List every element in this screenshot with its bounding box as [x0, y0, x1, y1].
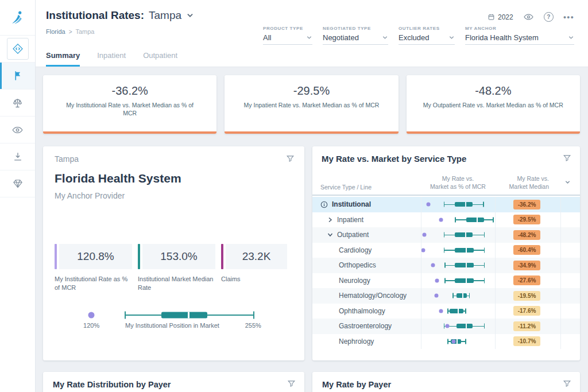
kpi-institutional: -36.2% My Institutional Rate vs. Market …: [43, 75, 216, 134]
boxplot: [421, 304, 495, 319]
boxplot: [421, 334, 495, 350]
kpi-outpatient: -48.2% My Outpatient Rate vs. Market Med…: [407, 75, 580, 134]
table-row[interactable]: Neurology-27.6%: [312, 273, 580, 289]
year-selector[interactable]: 2022: [488, 13, 513, 21]
card-filter-icon[interactable]: [287, 379, 296, 389]
service-type-cell: Inpatient: [312, 216, 421, 224]
kpi-inpatient: -29.5% My Inpatient Rate vs. Market Medi…: [225, 75, 398, 134]
table-row[interactable]: Hematology/Oncology-19.5%: [312, 288, 580, 304]
chevron-down-icon: [306, 34, 312, 41]
filter-label: PRODUCT TYPE: [263, 26, 312, 31]
my-rate-dot: [439, 309, 443, 313]
topbar-actions: 2022 ? ●●●: [488, 11, 574, 22]
service-type-cell: Orthopedics: [312, 261, 421, 269]
sidebar-item-compare[interactable]: [0, 36, 35, 63]
table-row[interactable]: Outpatient-48.2%: [312, 227, 580, 243]
kpi-label: My Inpatient Rate vs. Market Median as %…: [225, 102, 398, 110]
kpi-label: My Institutional Rate vs. Market Median …: [43, 102, 216, 117]
topbar: Institutional Rates: Tampa Florida > Tam…: [36, 0, 588, 67]
card-filter-icon[interactable]: [562, 153, 572, 163]
download-icon: [12, 151, 24, 162]
service-type-label: Nephrology: [339, 337, 374, 346]
table-row[interactable]: Cardiology-60.4%: [312, 243, 580, 258]
view-eye-icon[interactable]: [523, 11, 534, 22]
chevron-down-icon: [568, 34, 574, 41]
tab-inpatient[interactable]: Inpatient: [97, 51, 126, 67]
table-row[interactable]: Inpatient-29.5%: [312, 212, 580, 228]
sort-chevron-icon[interactable]: [564, 179, 571, 185]
anchor-provider-card: Tampa Florida Health System My Anchor Pr…: [43, 146, 304, 360]
chevron-down-icon: [382, 34, 388, 41]
chevron-right-icon[interactable]: [327, 217, 333, 223]
card-filter-icon[interactable]: [285, 154, 295, 164]
axis-title: My Institutional Position in Market: [125, 322, 219, 329]
sidebar-item-benchmarks[interactable]: [0, 90, 35, 117]
boxplot: [421, 197, 495, 212]
rate-delta-badge: -19.5%: [513, 291, 540, 301]
filter-value: Excluded: [399, 33, 429, 42]
negotiated-type-filter[interactable]: NEGOTIATED TYPE Negotiated: [323, 26, 388, 45]
page-title-dropdown[interactable]: Institutional Rates: Tampa: [46, 9, 194, 22]
outlier-rates-filter[interactable]: OUTLIER RATES Excluded: [399, 26, 455, 45]
info-icon[interactable]: [320, 201, 328, 208]
my-anchor-filter[interactable]: MY ANCHOR Florida Health System: [465, 26, 574, 45]
table-row[interactable]: Orthopedics-34.9%: [312, 258, 580, 273]
year-value: 2022: [498, 13, 513, 21]
sidebar-item-export[interactable]: [0, 143, 35, 170]
boxplot: [421, 243, 495, 258]
my-rate-dot: [423, 233, 427, 237]
kpi-row: -36.2% My Institutional Rate vs. Market …: [43, 75, 580, 134]
help-icon[interactable]: ?: [544, 12, 554, 22]
sidebar-item-rates[interactable]: [0, 63, 35, 90]
stat-label: Institutional Market Median Rate: [138, 275, 215, 293]
service-type-card: My Rate vs. Market by Service Type Servi…: [312, 146, 580, 360]
diamond-code-icon: [7, 38, 29, 60]
column-service-type: Service Type / Line: [320, 184, 372, 191]
calendar-icon: [488, 13, 495, 21]
table-row[interactable]: Institutional-36.2%: [312, 197, 580, 212]
tab-summary[interactable]: Summary: [46, 51, 80, 67]
product-type-filter[interactable]: PRODUCT TYPE All: [263, 26, 312, 45]
table-row[interactable]: Ophthalmology-17.6%: [312, 304, 580, 319]
service-type-label: Inpatient: [337, 216, 363, 224]
breadcrumb: Florida > Tampa: [46, 28, 95, 35]
more-menu-icon[interactable]: ●●●: [563, 14, 574, 20]
table-row[interactable]: Nephrology-10.7%: [312, 334, 580, 350]
stat-accent-bar: [221, 244, 223, 269]
service-type-label: Outpatient: [337, 231, 369, 239]
tab-bar: Summary Inpatient Outpatient: [46, 51, 177, 67]
rate-delta-badge: -29.5%: [513, 215, 540, 224]
sidebar-item-transparency[interactable]: [0, 117, 35, 143]
filter-value: All: [263, 33, 271, 42]
boxplot: [421, 227, 495, 243]
stat-my-rate: 120.8% My Institutional Rate as % of MCR: [55, 244, 132, 293]
anchor-boxplot: 120%My Institutional Position in Market2…: [80, 311, 264, 320]
rate-delta-cell: -34.9%: [495, 261, 580, 270]
axis-min-label: 120%: [83, 322, 99, 329]
rate-delta-badge: -27.6%: [513, 275, 540, 285]
stat-label: Claims: [221, 275, 287, 284]
column-rate-vs-median[interactable]: My Rate vs. Market Median: [485, 174, 549, 191]
tab-outpatient[interactable]: Outpatient: [143, 51, 177, 67]
card-title: My Rate Distribution by Payer: [53, 380, 171, 389]
boxplot: [421, 319, 495, 334]
app-logo[interactable]: [0, 0, 35, 36]
stat-accent-bar: [55, 244, 57, 269]
my-rate-dot: [446, 324, 450, 328]
boxplot: [421, 273, 495, 289]
column-rate-vs-market: My Rate vs. Market as % of MCR: [421, 174, 495, 191]
sidebar-item-premium[interactable]: [0, 170, 35, 197]
service-type-label: Gastroenterology: [339, 322, 392, 330]
filter-label: MY ANCHOR: [465, 26, 574, 31]
rate-delta-cell: -11.2%: [495, 321, 580, 331]
axis-max-label: 255%: [245, 322, 261, 329]
service-rows: Institutional-36.2%Inpatient-29.5%Outpat…: [312, 197, 580, 349]
service-type-cell: Outpatient: [312, 231, 421, 239]
boxplot: [421, 212, 495, 228]
table-row[interactable]: Gastroenterology-11.2%: [312, 319, 580, 334]
card-title: My Rate vs. Market by Service Type: [322, 154, 466, 164]
page-title: Institutional Rates:: [46, 9, 144, 22]
card-filter-icon[interactable]: [562, 379, 572, 389]
chevron-down-icon[interactable]: [327, 232, 333, 238]
breadcrumb-florida[interactable]: Florida: [46, 28, 65, 35]
